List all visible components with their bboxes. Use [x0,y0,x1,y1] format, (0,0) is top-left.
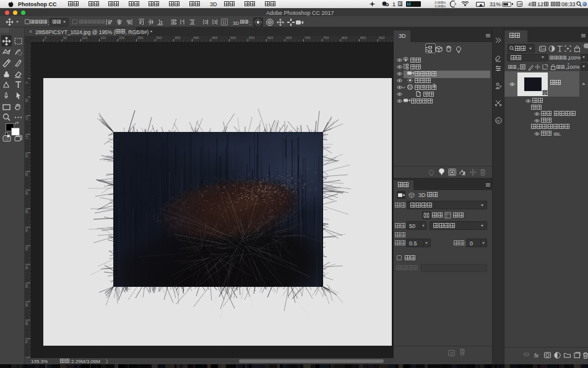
svg-text:fx: fx [534,353,539,359]
svg-text:fx: fx [497,119,501,123]
